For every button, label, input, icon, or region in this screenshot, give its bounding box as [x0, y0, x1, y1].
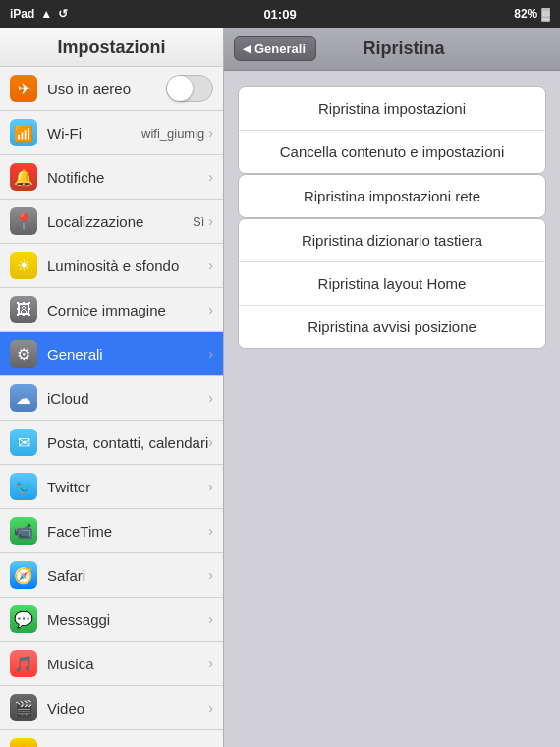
sidebar-item-aereo[interactable]: ✈Uso in aereo	[0, 67, 223, 111]
item-value-wifi: wifi_giumig	[141, 126, 204, 141]
reset-button-2-0[interactable]: Ripristina dizionario tastiera	[239, 219, 545, 262]
musica-icon: 🎵	[10, 650, 37, 677]
sidebar-label-cornice: Cornice immagine	[47, 302, 208, 318]
sidebar-label-musica: Musica	[47, 656, 208, 672]
reset-button-group-1: Ripristina impostazioni rete	[238, 174, 546, 218]
toggle-knob	[167, 76, 193, 101]
reset-button-group-0: Ripristina impostazioniCancella contenut…	[238, 86, 546, 174]
status-time: 01:09	[263, 7, 296, 22]
battery-icon: ▓	[541, 7, 550, 21]
wifi-icon: ▲	[40, 7, 52, 21]
facetime-icon: 📹	[10, 517, 37, 545]
item-value-localizzazione: Sì	[193, 214, 204, 229]
right-panel-title: Ripristina	[316, 38, 491, 59]
sidebar-item-posta[interactable]: ✉Posta, contatti, calendari›	[0, 421, 223, 465]
reset-button-0-0[interactable]: Ripristina impostazioni	[239, 87, 545, 131]
chevron-right-icon: ›	[208, 567, 213, 583]
generali-icon: ⚙	[10, 340, 37, 368]
status-right: 82% ▓	[514, 7, 550, 21]
sidebar-label-video: Video	[47, 700, 208, 717]
messaggi-icon: 💬	[10, 605, 37, 633]
safari-icon: 🧭	[10, 561, 37, 589]
aereo-icon: ✈	[10, 75, 37, 102]
sidebar-item-immagini[interactable]: 🌻Immagini›	[0, 730, 223, 747]
sidebar-label-aereo: Uso in aereo	[47, 81, 166, 97]
chevron-right-icon: ›	[208, 479, 213, 494]
toggle-switch[interactable]	[166, 75, 213, 102]
right-header: ◀ Generali Ripristina	[224, 28, 560, 71]
sidebar-label-notifiche: Notifiche	[47, 169, 208, 186]
reset-button-0-1[interactable]: Cancella contenuto e impostazioni	[239, 131, 545, 173]
chevron-right-icon: ›	[208, 169, 213, 185]
sidebar-item-notifiche[interactable]: 🔔Notifiche›	[0, 155, 223, 200]
refresh-icon: ↺	[58, 7, 68, 21]
notifiche-icon: 🔔	[10, 163, 37, 191]
sidebar-item-musica[interactable]: 🎵Musica›	[0, 642, 223, 686]
chevron-right-icon: ›	[208, 434, 213, 450]
sidebar-items-container: ✈Uso in aereo📶Wi-Fiwifi_giumig›🔔Notifich…	[0, 67, 223, 747]
sidebar-label-generali: Generali	[47, 346, 208, 363]
sidebar-item-localizzazione[interactable]: 📍LocalizzazioneSì›	[0, 200, 223, 244]
sidebar-label-messaggi: Messaggi	[47, 611, 208, 628]
localizzazione-icon: 📍	[10, 207, 37, 235]
sidebar-item-wifi[interactable]: 📶Wi-Fiwifi_giumig›	[0, 111, 223, 155]
twitter-icon: 🐦	[10, 473, 37, 500]
right-content: Ripristina impostazioniCancella contenut…	[224, 71, 560, 747]
back-button[interactable]: ◀ Generali	[234, 36, 316, 61]
main-layout: Impostazioni ✈Uso in aereo📶Wi-Fiwifi_giu…	[0, 28, 560, 747]
reset-button-group-2: Ripristina dizionario tastieraRipristina…	[238, 218, 546, 349]
sidebar-item-video[interactable]: 🎬Video›	[0, 686, 223, 730]
sidebar-item-icloud[interactable]: ☁iCloud›	[0, 376, 223, 421]
sidebar-title: Impostazioni	[0, 28, 223, 67]
reset-button-groups: Ripristina impostazioniCancella contenut…	[238, 86, 546, 349]
icloud-icon: ☁	[10, 384, 37, 412]
chevron-right-icon: ›	[208, 258, 213, 273]
sidebar-label-localizzazione: Localizzazione	[47, 213, 193, 230]
chevron-right-icon: ›	[208, 125, 213, 141]
sidebar-item-twitter[interactable]: 🐦Twitter›	[0, 465, 223, 509]
back-button-label: Generali	[254, 41, 306, 56]
toggle-aereo[interactable]	[166, 75, 213, 102]
sidebar-label-twitter: Twitter	[47, 479, 208, 495]
sidebar-item-cornice[interactable]: 🖼Cornice immagine›	[0, 288, 223, 332]
sidebar-label-icloud: iCloud	[47, 390, 208, 407]
sidebar-label-facetime: FaceTime	[47, 523, 208, 540]
sidebar-item-luminosita[interactable]: ☀Luminosità e sfondo›	[0, 244, 223, 288]
status-bar: iPad ▲ ↺ 01:09 82% ▓	[0, 0, 560, 28]
sidebar-label-posta: Posta, contatti, calendari	[47, 434, 208, 451]
luminosita-icon: ☀	[10, 252, 37, 279]
sidebar: Impostazioni ✈Uso in aereo📶Wi-Fiwifi_giu…	[0, 28, 224, 747]
chevron-right-icon: ›	[208, 346, 213, 362]
device-name: iPad	[10, 7, 34, 21]
chevron-right-icon: ›	[208, 611, 213, 627]
immagini-icon: 🌻	[10, 738, 37, 747]
chevron-right-icon: ›	[208, 700, 213, 716]
cornice-icon: 🖼	[10, 296, 37, 323]
sidebar-item-messaggi[interactable]: 💬Messaggi›	[0, 598, 223, 642]
sidebar-label-wifi: Wi-Fi	[47, 125, 141, 142]
reset-button-2-2[interactable]: Ripristina avvisi posizione	[239, 306, 545, 348]
chevron-right-icon: ›	[208, 213, 213, 229]
sidebar-label-immagini: Immagini	[47, 744, 208, 748]
reset-button-1-0[interactable]: Ripristina impostazioni rete	[239, 175, 545, 217]
battery-percent: 82%	[514, 7, 537, 21]
chevron-right-icon: ›	[208, 523, 213, 539]
status-left: iPad ▲ ↺	[10, 7, 68, 21]
chevron-right-icon: ›	[208, 390, 213, 406]
sidebar-item-generali[interactable]: ⚙Generali›	[0, 332, 223, 376]
back-arrow-icon: ◀	[243, 43, 251, 54]
video-icon: 🎬	[10, 694, 37, 721]
posta-icon: ✉	[10, 429, 37, 456]
sidebar-item-safari[interactable]: 🧭Safari›	[0, 553, 223, 598]
chevron-right-icon: ›	[208, 302, 213, 317]
sidebar-label-luminosita: Luminosità e sfondo	[47, 258, 208, 274]
right-panel: ◀ Generali Ripristina Ripristina imposta…	[224, 28, 560, 747]
sidebar-label-safari: Safari	[47, 567, 208, 584]
wifi-icon: 📶	[10, 119, 37, 146]
sidebar-item-facetime[interactable]: 📹FaceTime›	[0, 509, 223, 553]
chevron-right-icon: ›	[208, 656, 213, 671]
reset-button-2-1[interactable]: Ripristina layout Home	[239, 262, 545, 306]
